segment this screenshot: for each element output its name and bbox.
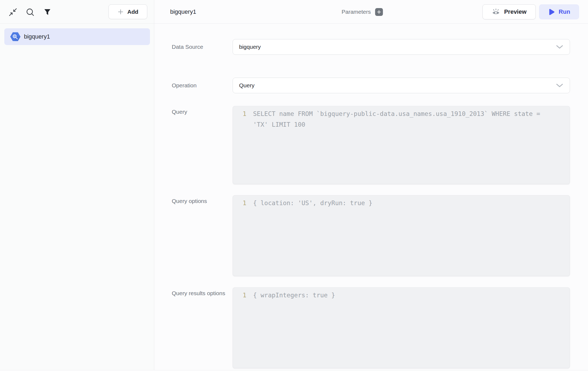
query-results-options-placeholder-text: { wrapIntegers: true } [253, 290, 335, 301]
data-source-value: bigquery [239, 44, 261, 50]
query-editor-app: Add bigquery1 bigquery1 Parameters [0, 0, 588, 372]
preview-button[interactable]: Preview [482, 4, 536, 19]
query-header: bigquery1 Parameters [154, 0, 588, 24]
run-button[interactable]: Run [539, 4, 579, 19]
query-row: Query 1 SELECT name FROM `bigquery-publi… [172, 106, 570, 184]
code-line: 1 SELECT name FROM `bigquery-public-data… [233, 108, 570, 130]
query-title: bigquery1 [170, 0, 196, 24]
sidebar-toolbar: Add [0, 0, 154, 24]
operation-label: Operation [172, 78, 233, 93]
data-source-label: Data Source [172, 39, 233, 55]
query-placeholder-text: SELECT name FROM `bigquery-public-data.u… [253, 108, 552, 130]
search-icon[interactable] [26, 8, 34, 16]
add-query-button[interactable]: Add [108, 4, 147, 19]
query-results-options-code-editor[interactable]: 1 { wrapIntegers: true } [233, 287, 570, 368]
code-line: 1 { location: 'US', dryRun: true } [233, 198, 570, 208]
query-label: Query [172, 106, 226, 184]
query-results-options-row: Query results options 1 { wrapIntegers: … [172, 287, 570, 368]
filter-icon[interactable] [43, 8, 52, 16]
line-number: 1 [233, 198, 246, 208]
sidebar-item-label: bigquery1 [24, 33, 50, 40]
operation-row: Operation Query [172, 78, 570, 93]
chevron-down-icon [556, 45, 563, 49]
query-code-editor[interactable]: 1 SELECT name FROM `bigquery-public-data… [233, 106, 570, 184]
preview-label: Preview [504, 8, 526, 15]
bottom-gap [0, 370, 588, 372]
parameters-group: Parameters [342, 0, 383, 24]
query-options-placeholder-text: { location: 'US', dryRun: true } [253, 198, 372, 208]
chevron-down-icon [556, 83, 563, 88]
eye-icon [492, 8, 500, 16]
run-label: Run [559, 8, 570, 15]
query-options-row: Query options 1 { location: 'US', dryRun… [172, 195, 570, 276]
line-number: 1 [233, 290, 246, 301]
header-actions: Preview Run [482, 4, 579, 19]
operation-value: Query [239, 82, 254, 89]
sidebar-item-bigquery1[interactable]: bigquery1 [4, 28, 150, 45]
parameters-label: Parameters [342, 9, 371, 15]
bigquery-icon [10, 32, 20, 41]
line-number: 1 [233, 108, 246, 130]
add-parameter-button[interactable] [375, 8, 383, 16]
plus-icon [117, 9, 124, 15]
plus-icon [377, 10, 381, 14]
data-source-select[interactable]: bigquery [233, 39, 570, 55]
query-results-options-label: Query results options [172, 287, 226, 368]
query-detail-panel: bigquery1 Parameters [154, 0, 588, 372]
query-options-label: Query options [172, 195, 226, 276]
collapse-panel-icon[interactable] [9, 8, 17, 16]
query-sidebar: Add bigquery1 [0, 0, 154, 372]
play-icon [548, 8, 555, 16]
add-query-label: Add [127, 9, 138, 15]
data-source-row: Data Source bigquery [172, 39, 570, 55]
operation-select[interactable]: Query [233, 78, 570, 93]
query-options-code-editor[interactable]: 1 { location: 'US', dryRun: true } [233, 195, 570, 276]
code-line: 1 { wrapIntegers: true } [233, 290, 570, 301]
